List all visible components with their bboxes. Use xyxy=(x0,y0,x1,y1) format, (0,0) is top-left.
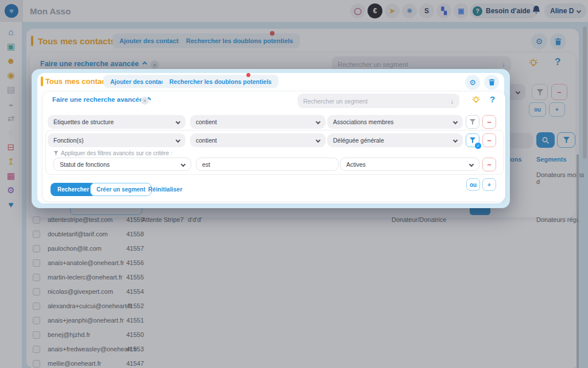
trash-icon xyxy=(489,79,495,86)
filter-field-select[interactable]: Fonction(s) xyxy=(48,133,185,147)
remove-subfilter-button[interactable]: − xyxy=(482,158,496,171)
search-button[interactable]: Rechercher xyxy=(51,183,96,196)
tips-bulb-icon[interactable] xyxy=(471,95,481,105)
chevron-down-icon xyxy=(176,138,180,143)
advanced-filter-button-active[interactable]: ✓ xyxy=(466,133,479,147)
gear-icon: ⚙ xyxy=(469,78,476,87)
remove-filter-button[interactable]: − xyxy=(482,133,496,147)
segment-search-input[interactable]: Rechercher un segment ↓ xyxy=(297,94,459,108)
subfilter-operator-input[interactable]: est xyxy=(196,158,339,171)
close-advanced-search-icon[interactable]: × xyxy=(141,97,149,105)
add-condition-button[interactable]: + xyxy=(482,178,496,191)
subfilter-value-select[interactable]: Actives xyxy=(340,158,479,171)
find-duplicates-button[interactable]: Rechercher les doublons potentiels xyxy=(163,75,278,88)
filter-field-select[interactable]: Étiquettes de structure xyxy=(48,115,185,129)
chevron-down-icon xyxy=(181,162,185,166)
check-badge-icon: ✓ xyxy=(475,143,481,149)
notification-dot xyxy=(246,73,250,77)
modal-title: Tous mes contacts xyxy=(45,77,113,86)
chevron-down-icon xyxy=(176,120,180,124)
chevron-down-icon xyxy=(316,120,320,124)
chevron-down-icon xyxy=(316,138,320,143)
funnel-icon xyxy=(469,137,476,144)
create-segment-button[interactable]: Créer un segment xyxy=(90,183,152,196)
or-condition-button[interactable]: ou xyxy=(466,178,480,191)
advanced-search-panel: Faire une recherche avancée × Rechercher… xyxy=(43,92,505,201)
chevron-down-icon xyxy=(453,138,458,143)
advanced-search-modal: Tous mes contacts Ajouter des contacts R… xyxy=(32,69,510,208)
filter-operator-select[interactable]: contient xyxy=(190,133,326,147)
delete-trash-button[interactable] xyxy=(484,75,499,90)
advanced-search-toggle[interactable]: Faire une recherche avancée xyxy=(52,96,150,103)
filter-operator-select[interactable]: contient xyxy=(190,115,326,129)
subfilter-field-select[interactable]: Statut de fonctions xyxy=(53,158,191,171)
filter-value-select[interactable]: Déléguée générale xyxy=(327,133,463,147)
help-question-icon[interactable]: ? xyxy=(490,94,495,104)
arrow-down-icon: ↓ xyxy=(451,98,454,105)
remove-filter-button[interactable]: − xyxy=(482,115,496,129)
chevron-down-icon xyxy=(453,120,458,124)
filter-value-select[interactable]: Associations membres xyxy=(327,115,463,129)
funnel-icon xyxy=(469,118,476,125)
advanced-filters-label: Appliquer des filtres avancés sur ce cri… xyxy=(53,150,172,156)
title-accent-bar xyxy=(41,76,43,86)
funnel-icon xyxy=(53,151,59,156)
advanced-filter-button[interactable] xyxy=(466,115,479,129)
settings-gear-button[interactable]: ⚙ xyxy=(465,75,480,90)
chevron-down-icon xyxy=(469,162,474,166)
reset-button[interactable]: Réinitialiser xyxy=(148,186,183,193)
